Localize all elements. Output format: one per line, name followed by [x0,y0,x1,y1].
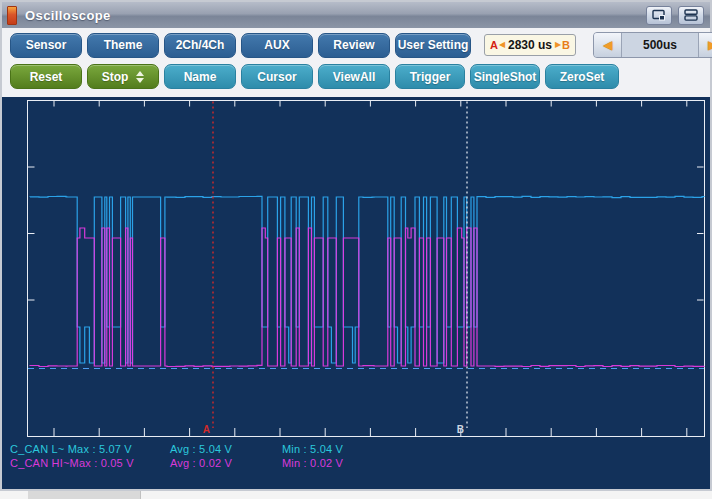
viewall-button[interactable]: ViewAll [318,64,390,89]
ch1-min-readout: Min : 5.04 V [282,443,343,455]
trigger-button[interactable]: Trigger [395,64,465,89]
oscilloscope-window: Oscilloscope Sensor [0,0,712,491]
ch1-avg-readout: Avg : 5.04 V [170,443,232,455]
singleshot-button[interactable]: SingleShot [470,64,540,89]
reset-button[interactable]: Reset [10,64,82,89]
cursor-b-label: B [457,424,464,435]
stop-button[interactable]: Stop [87,64,159,89]
background-window-edge [28,491,141,499]
channel-mode-button[interactable]: 2Ch/4Ch [164,33,236,58]
stop-button-label: Stop [102,70,129,84]
toolbar: Sensor Theme 2Ch/4Ch AUX Review User Set… [2,28,710,97]
sensor-button[interactable]: Sensor [10,33,82,58]
ch2-avg-readout: Avg : 0.02 V [170,457,232,469]
timebase-control: ◀ 500us ▶ [593,32,712,58]
tile-windows-icon [684,9,698,21]
name-button[interactable]: Name [164,64,236,89]
cursor-button[interactable]: Cursor [241,64,313,89]
timebase-value: 500us [622,33,698,57]
desktop-background-strip [0,491,712,499]
up-down-spinner-icon [136,71,144,83]
waveform-display[interactable]: AB C_CAN L~ Max : 5.07 V Avg : 5.04 V Mi… [2,97,710,489]
toolbar-row-1: Sensor Theme 2Ch/4Ch AUX Review User Set… [2,32,712,58]
tile-windows-button[interactable] [678,6,704,25]
zeroset-button[interactable]: ZeroSet [545,64,619,89]
cursor-a-tag: A [490,39,498,51]
pip-window-button[interactable] [646,6,672,25]
user-setting-button[interactable]: User Setting [395,33,471,58]
theme-button[interactable]: Theme [87,33,159,58]
ab-delta-time: 2830 us [506,38,554,52]
cursor-b-tag: B [562,39,570,51]
timebase-increase-button[interactable]: ▶ [698,33,712,57]
ch2-min-readout: Min : 0.02 V [282,457,343,469]
right-arrow-icon: ▶ [555,41,561,49]
cursor-ab-time-readout: A ◀ 2830 us ▶ B [484,34,576,56]
ch2-max-readout: C_CAN HI~Max : 0.05 V [10,457,134,469]
aux-button[interactable]: AUX [241,33,313,58]
ch1-max-readout: C_CAN L~ Max : 5.07 V [10,443,132,455]
window-controls [640,6,710,25]
screenshot-stage: Oscilloscope Sensor [0,0,712,499]
oscilloscope-app-icon [7,6,17,25]
left-arrow-icon: ◀ [499,41,505,49]
review-button[interactable]: Review [318,33,390,58]
cursor-a-label: A [203,424,210,435]
timebase-decrease-button[interactable]: ◀ [594,33,622,57]
scope-plot[interactable]: AB [27,100,706,437]
title-bar: Oscilloscope [2,2,710,28]
pip-window-icon [652,9,666,21]
window-title: Oscilloscope [25,8,111,23]
toolbar-row-2: Reset Stop Name Cursor ViewAll Trigger S… [2,64,619,89]
